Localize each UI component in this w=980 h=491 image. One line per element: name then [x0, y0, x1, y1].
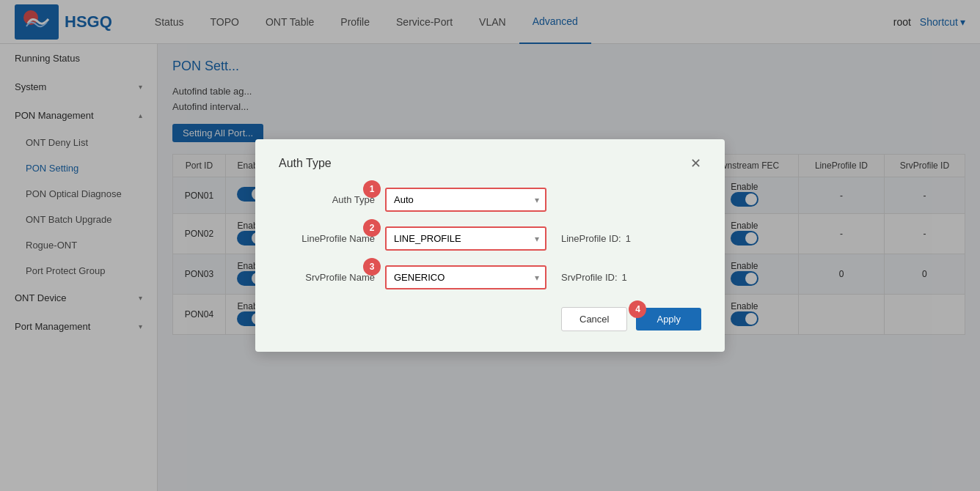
step-badge-3: 3 — [363, 258, 381, 276]
modal-close-button[interactable]: ✕ — [690, 157, 701, 170]
cancel-button[interactable]: Cancel — [561, 307, 627, 331]
step-badge-1: 1 — [363, 180, 381, 198]
step-badge-4: 4 — [629, 300, 646, 318]
line-profile-id: LineProfile ID: 1 — [561, 233, 631, 244]
step-badge-2: 2 — [363, 219, 381, 237]
auth-type-select-wrapper: Auto Manual Password — [385, 188, 546, 212]
modal-title: Auth Type — [279, 157, 332, 170]
line-profile-row: 2 LineProfile Name LINE_PROFILE LineProf… — [279, 226, 701, 251]
modal-overlay: Auth Type ✕ 1 Auth Type Auto Manual Pass… — [0, 0, 980, 491]
modal-footer: Cancel 4 Apply — [279, 307, 701, 331]
line-profile-select-wrapper: LINE_PROFILE — [385, 226, 546, 251]
srv-profile-select[interactable]: GENERICO — [387, 267, 545, 288]
auth-type-select[interactable]: Auto Manual Password — [387, 189, 545, 210]
auth-type-row: 1 Auth Type Auto Manual Password — [279, 188, 701, 212]
line-profile-select[interactable]: LINE_PROFILE — [387, 228, 545, 249]
apply-button[interactable]: 4 Apply — [636, 308, 701, 331]
srv-profile-row: 3 SrvProfile Name GENERICO SrvProfile ID… — [279, 265, 701, 289]
srv-profile-id: SrvProfile ID: 1 — [561, 272, 627, 283]
srv-profile-select-wrapper: GENERICO — [385, 265, 546, 289]
auth-type-modal: Auth Type ✕ 1 Auth Type Auto Manual Pass… — [255, 139, 725, 352]
modal-header: Auth Type ✕ — [279, 157, 701, 170]
